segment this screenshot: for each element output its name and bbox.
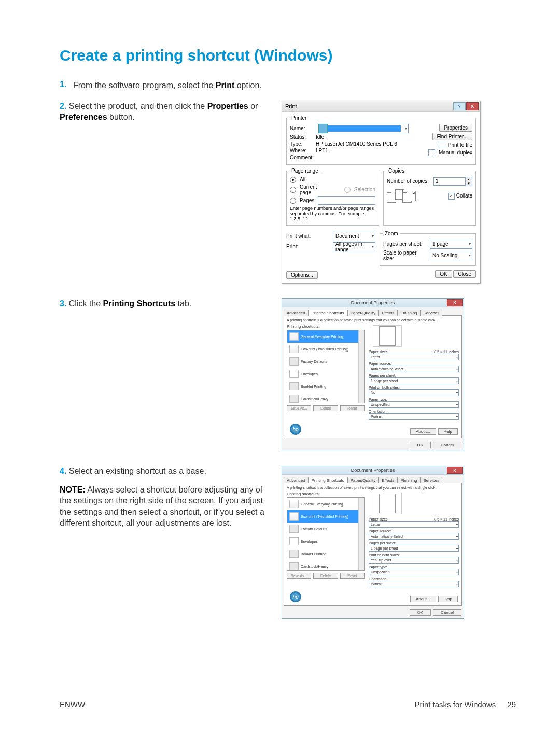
print-what-select[interactable]: Document — [333, 232, 375, 241]
manual-duplex-checkbox[interactable] — [428, 149, 435, 156]
step-number: 3. — [60, 299, 66, 308]
paper-type-select[interactable]: Unspecified — [369, 569, 459, 575]
paper-size-select[interactable]: Letter — [369, 354, 459, 360]
ok-button[interactable]: OK — [435, 270, 452, 278]
shortcut-factory[interactable]: Factory Defaults — [287, 355, 364, 368]
about-button[interactable]: About... — [410, 428, 436, 435]
shortcut-everyday[interactable]: General Everyday Printing — [287, 498, 364, 510]
shortcut-envelopes[interactable]: Envelopes — [287, 368, 364, 380]
shortcut-cardstock[interactable]: Cardstock/Heavy — [287, 560, 364, 571]
close-button[interactable]: Close — [453, 270, 476, 278]
printer-name-select[interactable] — [316, 124, 409, 133]
paper-source-select[interactable]: Automatically Select — [369, 366, 459, 372]
collate-checkbox[interactable]: ✓ — [448, 193, 455, 200]
delete-button[interactable]: Delete — [313, 573, 338, 579]
radio-current[interactable] — [290, 187, 296, 193]
copies-spinner[interactable]: 1 ▲▼ — [433, 177, 472, 186]
shortcut-description: A printing shortcut is a collection of s… — [287, 318, 459, 322]
shortcut-booklet[interactable]: Booklet Printing — [287, 380, 364, 392]
tab-services[interactable]: Services — [421, 477, 443, 483]
properties-dialog: Document PropertiesX Advanced Printing S… — [282, 298, 464, 451]
shortcut-list[interactable]: General Everyday Printing Eco-print (Two… — [287, 330, 365, 403]
step-2: 2. Select the product, and then click th… — [60, 101, 267, 123]
cancel-button[interactable]: Cancel — [433, 609, 461, 616]
tab-services[interactable]: Services — [421, 310, 443, 316]
factory-icon — [289, 525, 299, 533]
reset-button[interactable]: Reset — [340, 405, 365, 411]
radio-selection[interactable] — [344, 187, 351, 193]
shortcut-everyday[interactable]: General Everyday Printing — [287, 330, 364, 343]
both-sides-select[interactable]: Yes, flip over — [369, 557, 459, 564]
both-sides-select[interactable]: No — [369, 389, 459, 396]
envelope-icon — [289, 370, 299, 378]
print-to-file-checkbox[interactable] — [438, 142, 444, 148]
shortcut-description: A printing shortcut is a collection of s… — [287, 486, 459, 490]
options-button[interactable]: Options... — [286, 271, 318, 279]
tab-finishing[interactable]: Finishing — [398, 477, 421, 483]
tab-finishing[interactable]: Finishing — [398, 310, 421, 316]
tab-paper-quality[interactable]: Paper/Quality — [347, 477, 379, 483]
close-icon[interactable]: X — [466, 102, 479, 110]
help-icon[interactable]: ? — [453, 102, 466, 110]
tab-printing-shortcuts[interactable]: Printing Shortcuts — [309, 477, 347, 483]
radio-all[interactable] — [290, 177, 296, 183]
ok-button[interactable]: OK — [410, 442, 431, 448]
paper-type-select[interactable]: Unspecified — [369, 401, 459, 408]
cardstock-icon — [289, 562, 299, 570]
orientation-select[interactable]: Portrait — [369, 413, 459, 420]
about-button[interactable]: About... — [410, 596, 436, 602]
pages-hint: Enter page numbers and/or page ranges se… — [290, 206, 375, 222]
close-icon[interactable]: X — [447, 299, 463, 306]
delete-button[interactable]: Delete — [313, 405, 338, 411]
shortcut-cardstock[interactable]: Cardstock/Heavy — [287, 392, 364, 403]
help-button[interactable]: Help — [438, 596, 458, 602]
shortcut-booklet[interactable]: Booklet Printing — [287, 547, 364, 560]
page-range-group: Page range All Current page Selection Pa… — [286, 168, 379, 226]
tab-bar: Advanced Printing Shortcuts Paper/Qualit… — [282, 475, 464, 483]
tab-advanced[interactable]: Advanced — [284, 310, 309, 316]
shortcut-list[interactable]: General Everyday Printing Eco-print (Two… — [287, 497, 365, 571]
cancel-button[interactable]: Cancel — [433, 442, 461, 448]
pages-per-sheet-select[interactable]: 1 page — [430, 240, 472, 249]
step-number: 1. — [60, 80, 73, 89]
close-icon[interactable]: X — [447, 467, 463, 474]
reset-button[interactable]: Reset — [340, 573, 365, 579]
print-range-select[interactable]: All pages in range — [333, 242, 375, 251]
ok-button[interactable]: OK — [410, 609, 431, 616]
find-printer-button[interactable]: Find Printer... — [432, 133, 472, 140]
booklet-icon — [289, 550, 299, 558]
page-number: 29 — [507, 700, 516, 709]
paper-size-select[interactable]: Letter — [369, 521, 459, 528]
save-as-button[interactable]: Save As... — [287, 405, 311, 411]
pages-input[interactable] — [318, 196, 375, 205]
page-icon — [289, 500, 299, 508]
paper-source-select[interactable]: Automatically Select — [369, 533, 459, 540]
pages-per-sheet-select[interactable]: 1 page per sheet — [369, 545, 459, 552]
properties-button[interactable]: Properties — [439, 124, 472, 132]
dialog-title: Print — [285, 103, 453, 109]
shortcut-eco[interactable]: Eco-print (Two-sided Printing) — [287, 343, 364, 355]
shortcut-factory[interactable]: Factory Defaults — [287, 523, 364, 535]
tab-effects[interactable]: Effects — [379, 310, 397, 316]
zoom-group: Zoom Pages per sheet:1 page Scale to pap… — [380, 231, 476, 266]
properties-dialog-eco: Document PropertiesX Advanced Printing S… — [282, 466, 464, 619]
shortcut-envelopes[interactable]: Envelopes — [287, 535, 364, 547]
spinner-arrows-icon[interactable]: ▲▼ — [466, 177, 472, 186]
tab-advanced[interactable]: Advanced — [284, 477, 309, 483]
cardstock-icon — [289, 395, 299, 403]
save-as-button[interactable]: Save As... — [287, 573, 311, 579]
page-footer: ENWW Print tasks for Windows29 — [60, 700, 516, 709]
step-text: From the software program, select the Pr… — [73, 80, 270, 91]
shortcut-eco[interactable]: Eco-print (Two-sided Printing) — [287, 510, 364, 523]
scale-select[interactable]: No Scaling — [430, 251, 472, 260]
tab-effects[interactable]: Effects — [379, 477, 397, 483]
hp-logo-icon: hp — [290, 591, 301, 602]
radio-pages[interactable] — [290, 198, 296, 204]
step-1: 1. From the software program, select the… — [60, 80, 516, 91]
orientation-select[interactable]: Portrait — [369, 581, 459, 587]
pages-per-sheet-select[interactable]: 1 page per sheet — [369, 377, 459, 384]
tab-bar: Advanced Printing Shortcuts Paper/Qualit… — [282, 307, 464, 315]
help-button[interactable]: Help — [438, 428, 458, 435]
tab-paper-quality[interactable]: Paper/Quality — [347, 310, 379, 316]
tab-printing-shortcuts[interactable]: Printing Shortcuts — [309, 310, 347, 316]
